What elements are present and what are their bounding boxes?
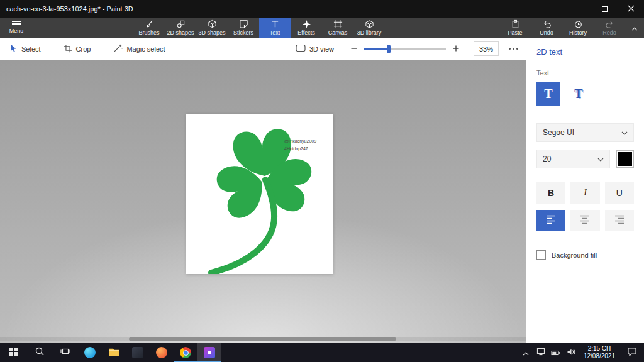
taskbar-app-dark[interactable] xyxy=(126,343,150,362)
magic-select-tool[interactable]: Magic select xyxy=(113,43,165,54)
zoom-in-button[interactable] xyxy=(452,45,460,53)
taskbar-app-red-browser[interactable] xyxy=(150,343,174,362)
paste-icon xyxy=(511,19,520,29)
bold-button[interactable]: B xyxy=(536,182,565,204)
task-view-icon xyxy=(60,347,70,358)
maximize-icon xyxy=(602,6,608,12)
menu-label: Menu xyxy=(9,28,24,34)
ribbon: Menu Brushes 2D shapes 3D shapes Sticker… xyxy=(0,18,644,38)
display-icon xyxy=(536,347,545,358)
italic-button[interactable]: I xyxy=(570,182,599,204)
font-name: Segoe UI xyxy=(543,128,574,137)
ribbon-tool-canvas[interactable]: Canvas xyxy=(322,18,353,38)
plus-icon xyxy=(452,45,460,53)
chevron-down-icon xyxy=(621,128,628,137)
panel-title: 2D text xyxy=(536,47,634,57)
text-panel: 2D text Text T T Segoe UI 20 B I U xyxy=(526,38,644,343)
align-right-button[interactable] xyxy=(605,210,634,231)
battery-icon xyxy=(551,347,560,358)
action-center-button[interactable] xyxy=(620,347,644,359)
text-3d-button[interactable]: T xyxy=(567,82,591,106)
text-color-swatch[interactable] xyxy=(616,150,634,168)
text-section-label: Text xyxy=(536,69,634,77)
menu-button[interactable]: Menu xyxy=(0,18,33,38)
font-size-dropdown[interactable]: 20 xyxy=(536,150,610,168)
more-options-button[interactable] xyxy=(509,48,518,50)
select-tool[interactable]: Select xyxy=(9,43,41,54)
redo-button[interactable]: Redo xyxy=(594,18,625,38)
background-fill-checkbox[interactable] xyxy=(536,250,546,260)
brush-icon xyxy=(145,19,154,29)
windows-taskbar: 2:15 CH 12/08/2021 xyxy=(0,343,644,362)
ribbon-tool-stickers[interactable]: Stickers xyxy=(228,18,259,38)
hamburger-icon xyxy=(12,21,21,27)
tray-date: 12/08/2021 xyxy=(584,353,615,361)
taskbar-app-file-explorer[interactable] xyxy=(102,343,126,362)
cursor-icon xyxy=(9,43,18,54)
view-3d-icon xyxy=(296,44,306,53)
notification-icon xyxy=(627,347,637,359)
history-icon xyxy=(574,19,583,29)
taskbar-app-chrome[interactable] xyxy=(174,343,197,362)
chevron-up-icon xyxy=(631,22,638,33)
start-button[interactable] xyxy=(0,343,26,362)
shapes-2d-icon xyxy=(176,19,186,29)
taskbar-app-browser[interactable] xyxy=(78,343,102,362)
minimize-button[interactable] xyxy=(565,0,591,18)
edit-toolbar: Select Crop Magic select 3D view xyxy=(0,38,526,60)
underline-button[interactable]: U xyxy=(605,182,634,204)
zoom-slider[interactable] xyxy=(364,48,446,50)
ribbon-tool-effects[interactable]: Effects xyxy=(291,18,322,38)
align-left-button[interactable] xyxy=(536,210,565,231)
text-2d-button[interactable]: T xyxy=(536,82,560,106)
close-button[interactable] xyxy=(618,0,644,18)
chevron-up-icon xyxy=(523,347,529,358)
ribbon-tool-group: Brushes 2D shapes 3D shapes Stickers Tex… xyxy=(133,18,385,38)
maximize-button[interactable] xyxy=(591,0,618,18)
ribbon-tool-brushes[interactable]: Brushes xyxy=(133,18,165,38)
tray-expand-button[interactable] xyxy=(518,347,533,358)
watermark-text: @Pikachyu2009 #Hoidap247 xyxy=(284,138,316,153)
ribbon-tool-2d-shapes[interactable]: 2D shapes xyxy=(165,18,196,38)
taskbar-clock[interactable]: 2:15 CH 12/08/2021 xyxy=(579,345,620,361)
crop-tool[interactable]: Crop xyxy=(64,44,91,54)
ribbon-tool-3d-library[interactable]: 3D library xyxy=(353,18,385,38)
task-view-button[interactable] xyxy=(53,343,78,362)
tray-display-button[interactable] xyxy=(533,347,548,358)
ribbon-tool-3d-shapes[interactable]: 3D shapes xyxy=(196,18,228,38)
tray-volume-button[interactable] xyxy=(564,347,579,358)
tray-battery-button[interactable] xyxy=(548,347,564,358)
view-3d-button[interactable]: 3D view xyxy=(296,44,334,53)
editor-column: Select Crop Magic select 3D view xyxy=(0,38,526,343)
title-bar: cach-ve-co-3-la-953x1024.jpg* - Paint 3D xyxy=(0,0,644,18)
undo-button[interactable]: Undo xyxy=(531,18,562,38)
horizontal-scrollbar[interactable] xyxy=(0,337,526,341)
minus-icon xyxy=(350,45,358,53)
library-3d-icon xyxy=(365,19,374,29)
taskbar-search-button[interactable] xyxy=(26,343,53,362)
zoom-percent[interactable]: 33% xyxy=(474,41,499,56)
canvas-icon xyxy=(333,19,343,29)
font-size-value: 20 xyxy=(543,155,551,163)
zoom-out-button[interactable] xyxy=(350,45,358,53)
size-color-row: 20 xyxy=(536,150,634,168)
zoom-slider-thumb[interactable] xyxy=(387,45,391,53)
align-center-button[interactable] xyxy=(570,210,599,231)
paste-button[interactable]: Paste xyxy=(499,18,531,38)
view-3d-label: 3D view xyxy=(309,45,334,53)
text-type-buttons: T T xyxy=(536,82,634,106)
font-family-dropdown[interactable]: Segoe UI xyxy=(536,123,634,142)
collapse-ribbon-button[interactable] xyxy=(625,18,644,38)
taskbar-app-paint3d[interactable] xyxy=(197,343,221,362)
history-button[interactable]: History xyxy=(562,18,594,38)
align-center-icon xyxy=(580,215,590,227)
paint3d-window: cach-ve-co-3-la-953x1024.jpg* - Paint 3D… xyxy=(0,0,644,362)
magic-wand-icon xyxy=(113,43,123,54)
drawing-canvas[interactable]: @Pikachyu2009 #Hoidap247 xyxy=(186,114,333,274)
ribbon-tool-text[interactable]: Text xyxy=(259,18,291,38)
zoom-slider-fill xyxy=(364,48,387,50)
background-fill-row: Background fill xyxy=(536,250,634,260)
volume-icon xyxy=(567,347,575,358)
align-right-icon xyxy=(614,215,625,227)
horizontal-scrollbar-thumb[interactable] xyxy=(129,337,396,341)
